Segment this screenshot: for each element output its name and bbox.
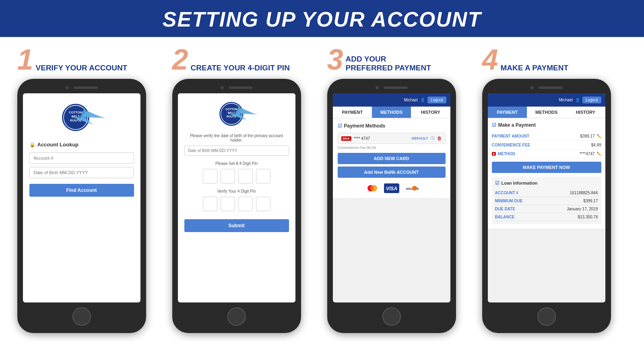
phone-2-top	[178, 86, 295, 89]
edit-payment-amount-icon[interactable]: ✏️	[597, 134, 601, 138]
payment-methods-title: ☑ Payment Methods	[338, 123, 446, 129]
tab-history-3[interactable]: HISTORY	[411, 107, 450, 118]
step-2-number: 2	[172, 45, 188, 74]
add-new-card-button[interactable]: ADD NEW CARD	[338, 153, 446, 164]
info-icon: ⓘ	[431, 136, 435, 141]
due-date-row: DUE DATE January 17, 2019	[495, 205, 598, 213]
phone-3-bottom	[333, 307, 450, 326]
user-icon-4: 👤	[575, 98, 580, 102]
lock-icon: 🔒	[29, 142, 35, 148]
tab-history-4[interactable]: HISTORY	[566, 107, 605, 118]
tab-methods-4[interactable]: METHODS	[527, 107, 566, 118]
convenience-fee-value: $4.99	[591, 143, 601, 147]
logo-area-1: COTTON BELT ROUTE	[29, 101, 134, 134]
trash-icon[interactable]: 🗑	[437, 136, 442, 141]
pin-box-4[interactable]	[256, 169, 270, 183]
set-pin-label: Please Set A 4 Digit Pin	[184, 161, 289, 166]
svg-text:VISA: VISA	[386, 186, 397, 191]
verify-pin-label: Verify Your 4 Digit Pin	[184, 189, 289, 193]
step-1: 1 VERIFY YOUR ACCOUNT COTTON BELT	[17, 45, 162, 333]
phone-4-home[interactable]	[537, 307, 556, 326]
loan-info-section: ☑ Loan Information ACCOUNT # 161188825-8…	[492, 177, 601, 224]
set-pin-boxes	[184, 169, 289, 183]
method-card-badge: ■	[492, 152, 496, 156]
submit-pin-button[interactable]: Submit	[184, 219, 289, 232]
account-number-input[interactable]	[29, 152, 134, 164]
step-3-number: 3	[327, 45, 343, 74]
tab-payment-3[interactable]: PAYMENT	[333, 107, 372, 118]
screen-4-content: Michael 👤 Logout PAYMENT METHODS HISTORY…	[488, 93, 605, 302]
screen-3-content: Michael 👤 Logout PAYMENT METHODS HISTORY…	[333, 93, 450, 302]
payment-amount-row: PAYMENT AMOUNT $399.17 ✏️	[492, 132, 601, 141]
make-payment-now-button[interactable]: MAKE PAYMENT NOW	[492, 162, 601, 173]
verify-pin-box-3[interactable]	[238, 197, 253, 211]
payment-amount-label: PAYMENT AMOUNT	[492, 134, 530, 138]
phone-4-bottom	[488, 307, 605, 326]
card-right: DEFAULT ⓘ 🗑	[412, 136, 442, 141]
step-4: 4 MAKE A PAYMENT Michael 👤 Logout PAYMEN…	[482, 45, 627, 333]
due-date-label: DUE DATE	[495, 207, 515, 211]
step-1-header: 1 VERIFY YOUR ACCOUNT	[17, 45, 128, 74]
logo-area-2: COTTON BELT ROUTE	[184, 100, 289, 128]
step-3-header: 3 ADD YOUR PREFERRED PAYMENT	[327, 45, 432, 74]
svg-point-21	[412, 186, 417, 191]
balance-row: BALANCE $13,350.76	[495, 213, 598, 221]
account-num-value: 161188825-846	[570, 191, 598, 195]
step-3-title: ADD YOUR PREFERRED PAYMENT	[346, 55, 432, 74]
balance-value: $13,350.76	[578, 215, 598, 219]
phone-2: COTTON BELT ROUTE Please verify the date…	[172, 79, 301, 333]
pin-box-3[interactable]	[238, 169, 253, 183]
phone-4: Michael 👤 Logout PAYMENT METHODS HISTORY…	[482, 79, 611, 333]
card-row: BNA **** 4747 DEFAULT ⓘ 🗑	[338, 133, 446, 144]
account-num-label: ACCOUNT #	[495, 191, 518, 195]
checkbox-icon-4: ☑	[492, 122, 496, 128]
method-value: ****4747	[580, 152, 595, 156]
edit-method-icon[interactable]: ✏️	[597, 152, 601, 156]
visa-logo: VISA	[384, 183, 399, 193]
logout-button-3[interactable]: Logout	[427, 97, 446, 103]
dob-input-1[interactable]	[29, 167, 134, 178]
phone-1-camera	[66, 86, 69, 89]
verify-pin-box-1[interactable]	[203, 197, 217, 211]
phone-2-screen: COTTON BELT ROUTE Please verify the date…	[178, 93, 295, 302]
cotton-belt-logo-1: COTTON BELT ROUTE	[50, 101, 114, 134]
phone-2-bottom	[178, 307, 295, 326]
verify-pin-box-4[interactable]	[256, 197, 270, 211]
phone-3-home[interactable]	[382, 307, 401, 326]
step-3: 3 ADD YOUR PREFERRED PAYMENT Michael 👤 L…	[327, 45, 472, 333]
phone-2-camera	[221, 86, 224, 89]
phone-3-speaker	[384, 86, 408, 89]
pin-box-1[interactable]	[203, 169, 217, 183]
method-label: METHOD	[498, 152, 515, 156]
phone-4-top	[488, 86, 605, 89]
screen-1-content: COTTON BELT ROUTE 🔒 Account Lookup	[23, 93, 140, 205]
step-4-header: 4 MAKE A PAYMENT	[482, 45, 569, 74]
phone-4-camera	[530, 86, 534, 89]
phone-1-home[interactable]	[72, 307, 91, 326]
svg-text:COTTON: COTTON	[225, 108, 237, 111]
screen-3-nav: Michael 👤 Logout	[333, 93, 450, 107]
minimum-due-value: $399.17	[583, 199, 598, 203]
minimum-due-row: MINIMUM DUE $399.17	[495, 197, 598, 205]
cotton-belt-logo-2: COTTON BELT ROUTE	[208, 100, 265, 128]
main-content: 1 VERIFY YOUR ACCOUNT COTTON BELT	[0, 37, 644, 337]
tab-payment-4[interactable]: PAYMENT	[488, 107, 527, 118]
dob-input-2[interactable]	[184, 146, 289, 156]
screen-2-content: COTTON BELT ROUTE Please verify the date…	[178, 93, 295, 239]
checkbox-icon-5: ☑	[495, 180, 500, 186]
step-2-title: CREATE YOUR 4-DIGIT PIN	[191, 64, 290, 74]
page-title: SETTING UP YOUR ACCOUNT	[0, 7, 644, 31]
phone-1-screen: COTTON BELT ROUTE 🔒 Account Lookup	[23, 93, 140, 302]
add-new-bank-button[interactable]: Add New BaNk ACCOUNT	[338, 167, 446, 178]
payment-logos: VISA DISCOVER	[338, 183, 446, 193]
logout-button-4[interactable]: Logout	[582, 97, 601, 103]
tab-methods-3[interactable]: METHODS	[372, 107, 411, 118]
loan-info-title: ☑ Loan Information	[495, 180, 598, 186]
phone-2-speaker	[229, 86, 253, 89]
phone-2-home[interactable]	[227, 307, 246, 326]
pin-box-2[interactable]	[221, 169, 235, 183]
convenience-fee-row: CONVENIENCE FEE $4.99	[492, 141, 601, 150]
checkbox-icon-3: ☑	[338, 123, 342, 129]
verify-pin-box-2[interactable]	[221, 197, 235, 211]
find-account-button[interactable]: Find Account	[29, 184, 134, 197]
